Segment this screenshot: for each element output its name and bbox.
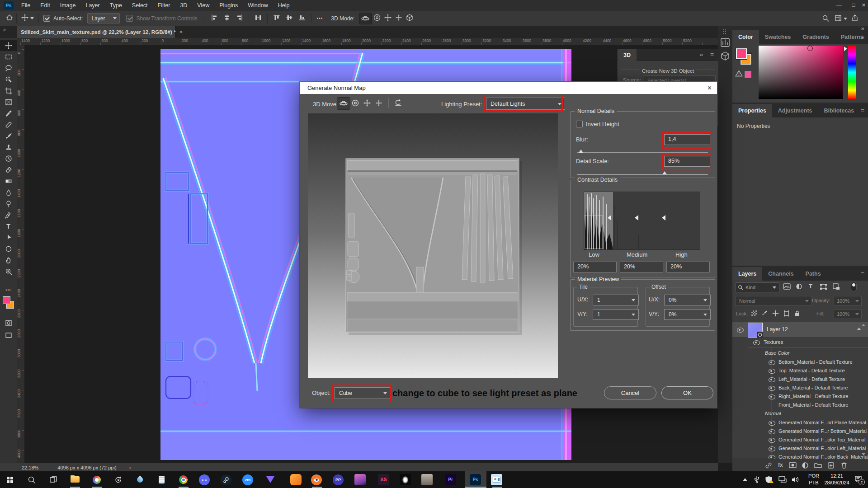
aseprite-icon[interactable]: AS xyxy=(378,474,389,485)
crop-tool[interactable] xyxy=(0,85,17,96)
marquee-tool[interactable] xyxy=(0,51,17,62)
ok-button[interactable]: OK xyxy=(661,386,713,399)
move-tool[interactable] xyxy=(0,40,17,51)
invert-height-checkbox[interactable] xyxy=(576,121,583,127)
menu-filter[interactable]: Filter xyxy=(153,0,175,11)
start-button[interactable] xyxy=(4,474,16,486)
document-tab[interactable]: Stilized_Skirt_main_texture.psd @ 22,2% … xyxy=(17,26,175,38)
blend-mode-dropdown[interactable]: Normal xyxy=(735,296,812,306)
move-tool-icon[interactable] xyxy=(21,14,28,23)
steam-icon[interactable] xyxy=(221,474,231,485)
layers-scroll-up-icon[interactable] xyxy=(862,324,865,326)
history-brush-tool[interactable] xyxy=(0,153,17,164)
powerpoint-icon[interactable] xyxy=(491,474,502,485)
normal-item-1[interactable]: Generated Normal F...r Bottom_Material xyxy=(778,428,867,434)
tab-overflow-icon[interactable]: » xyxy=(3,27,6,32)
new-layer-icon[interactable] xyxy=(827,462,835,471)
foreground-color-swatch[interactable] xyxy=(3,296,10,304)
path-selection-tool[interactable] xyxy=(0,232,17,243)
lasso-tool[interactable] xyxy=(0,62,17,74)
menu-edit[interactable]: Edit xyxy=(35,0,55,11)
properties-panel-menu-icon[interactable]: ≡ xyxy=(861,107,864,114)
window-close-button[interactable]: × xyxy=(859,0,868,11)
blur-slider-thumb[interactable] xyxy=(579,150,583,153)
menu-file[interactable]: File xyxy=(16,0,35,11)
tab-3d[interactable]: 3D xyxy=(618,49,637,61)
show-transform-checkbox[interactable] xyxy=(126,15,133,22)
ruler-vertical[interactable]: 0200400600800100012001400160018002000220… xyxy=(17,45,25,463)
contrast-histogram[interactable] xyxy=(584,192,700,250)
link-layers-icon[interactable] xyxy=(765,462,772,471)
taskbar-search-icon[interactable] xyxy=(25,474,38,486)
window-maximize-button[interactable]: □ xyxy=(848,0,859,11)
window-minimize-button[interactable]: — xyxy=(833,0,845,11)
layer-thumbnail[interactable] xyxy=(748,323,763,338)
gradient-tool[interactable] xyxy=(0,175,17,187)
tray-clock[interactable]: 12:21 28/09/2024 xyxy=(823,473,851,486)
file-explorer-icon[interactable] xyxy=(69,474,81,486)
texture-eye-4[interactable] xyxy=(769,394,775,399)
align-top-icon[interactable] xyxy=(273,14,280,23)
premiere-icon[interactable]: Pr xyxy=(445,474,456,485)
offset-vy-dropdown[interactable]: 0% xyxy=(664,309,711,320)
opacity-dropdown[interactable]: 100% xyxy=(834,296,862,306)
discord-icon[interactable] xyxy=(199,474,210,485)
dialog-titlebar[interactable]: Generate Normal Map × xyxy=(300,82,717,94)
zoom-tool[interactable] xyxy=(0,266,17,277)
blur-tool[interactable] xyxy=(0,187,17,198)
photoshop-icon[interactable]: Ps xyxy=(470,474,481,485)
layer-group-row[interactable]: Textures xyxy=(748,338,868,347)
panel-3d-menu-icon[interactable]: ≡ xyxy=(710,51,714,58)
notification-center-icon[interactable]: 2 xyxy=(854,475,863,484)
home-icon[interactable] xyxy=(5,14,14,23)
quick-selection-tool[interactable] xyxy=(0,74,17,85)
lock-position-icon[interactable] xyxy=(772,310,779,319)
clone-stamp-tool[interactable] xyxy=(0,141,17,153)
zoom-app-icon[interactable]: zm xyxy=(242,474,253,485)
normal-eye-3[interactable] xyxy=(769,446,775,451)
hand-tool[interactable] xyxy=(0,254,17,266)
histogram-marker-low[interactable] xyxy=(608,215,611,221)
menu-layer[interactable]: Layer xyxy=(80,0,104,11)
tab-gradients[interactable]: Gradients xyxy=(797,30,835,44)
group-visibility-icon[interactable] xyxy=(753,340,760,345)
tab-paths[interactable]: Paths xyxy=(800,267,827,281)
color-field[interactable] xyxy=(759,46,843,99)
ruler-horizontal[interactable]: 1400120010008006004002000200400600800100… xyxy=(17,38,718,46)
dodge-tool[interactable] xyxy=(0,198,17,209)
layer-visibility-icon[interactable] xyxy=(737,328,744,333)
usb-tray-icon[interactable] xyxy=(753,476,760,485)
fill-dropdown[interactable]: 100% xyxy=(834,309,862,319)
dialog-close-icon[interactable]: × xyxy=(708,84,712,92)
align-left-icon[interactable] xyxy=(211,14,218,23)
tile-vy-dropdown[interactable]: 1 xyxy=(593,309,639,320)
lock-paint-icon[interactable] xyxy=(761,310,768,319)
workspace-switcher-icon[interactable] xyxy=(835,14,842,24)
dock-grip[interactable] xyxy=(723,29,724,30)
texture-item-5[interactable]: Front_Material - Default Texture xyxy=(778,402,848,408)
offset-ux-dropdown[interactable]: 0% xyxy=(664,295,711,305)
texture-item-4[interactable]: Right_Material - Default Texture xyxy=(778,394,848,399)
notepad-icon[interactable] xyxy=(156,474,168,486)
auto-select-checkbox[interactable] xyxy=(43,15,50,22)
chrome-icon[interactable] xyxy=(177,474,189,486)
cancel-button[interactable]: Cancel xyxy=(604,386,656,399)
texture-eye-1[interactable] xyxy=(769,369,775,374)
dialog-slide-icon[interactable] xyxy=(375,99,383,109)
layer-collapse-icon[interactable] xyxy=(857,328,861,330)
normal-eye-2[interactable] xyxy=(769,438,775,443)
align-center-horizontal-icon[interactable] xyxy=(223,14,231,23)
blur-input[interactable]: 1,4 xyxy=(664,134,710,145)
hue-slider-marker[interactable] xyxy=(844,47,847,51)
lock-all-icon[interactable] xyxy=(794,310,801,319)
eraser-tool[interactable] xyxy=(0,164,17,175)
gamut-warning-icon[interactable] xyxy=(735,70,743,79)
dialog-pan-icon[interactable] xyxy=(363,99,371,109)
gamut-color-swatch[interactable] xyxy=(745,71,751,78)
screen-mode-icon[interactable] xyxy=(0,329,17,341)
anime-app-icon[interactable] xyxy=(354,474,366,485)
menu-view[interactable]: View xyxy=(192,0,214,11)
brush-tool[interactable] xyxy=(0,130,17,141)
lock-transparent-icon[interactable] xyxy=(751,310,757,316)
roll-3d-icon[interactable] xyxy=(373,14,381,23)
